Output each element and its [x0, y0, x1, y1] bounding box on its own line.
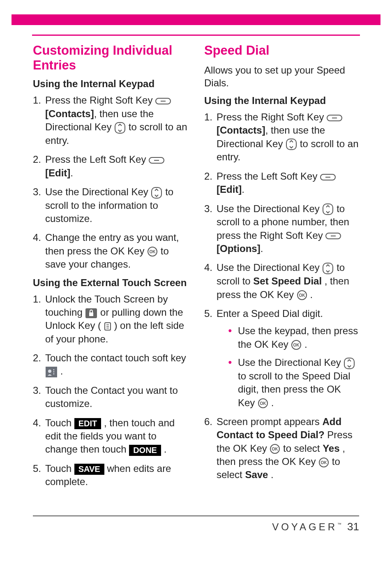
list-item: Touch the Contact you want to customize. [33, 384, 188, 411]
list-item: Press the Right Soft Key [Contacts], the… [204, 111, 359, 164]
ok-key-icon: OK [291, 340, 302, 350]
steps-list-left-1: Press the Right Soft Key [Contacts], the… [33, 94, 188, 271]
section-title-speed-dial: Speed Dial [204, 43, 359, 58]
text: . [60, 365, 63, 377]
svg-text:OK: OK [321, 460, 327, 465]
text: . [271, 469, 274, 480]
svg-rect-17 [53, 371, 54, 372]
list-item: Press the Right Soft Key [Contacts], the… [33, 94, 188, 147]
svg-text:OK: OK [299, 293, 305, 298]
subheading-internal-keypad-right: Using the Internal Keypad [204, 95, 359, 106]
menu-key-icon [104, 322, 111, 331]
text: . [70, 167, 73, 178]
bold-yes: Yes [323, 443, 339, 454]
steps-list-left-2: Unlock the Touch Screen by touching or p… [33, 293, 188, 489]
text: Touch the Contact you want to customize. [45, 385, 178, 409]
dpad-icon [151, 187, 162, 199]
lock-touch-icon [85, 308, 97, 319]
page-footer: VOYAGER™ 31 [33, 515, 359, 533]
ok-key-icon: OK [258, 398, 268, 409]
list-item: Touch the contact touch soft key . [33, 351, 188, 378]
softkey-icon [325, 232, 341, 240]
text: Use the Directional Key [45, 186, 151, 197]
text: Touch [45, 417, 74, 428]
bold-save: Save [245, 469, 268, 480]
text: . [164, 444, 167, 455]
svg-text:OK: OK [293, 343, 300, 347]
text: Screen prompt appears [217, 416, 322, 427]
svg-point-15 [48, 370, 51, 373]
header-rule [32, 35, 360, 36]
bullet-list: Use the keypad, then press the OK Key OK… [217, 324, 359, 409]
list-item: Use the Directional Key to scroll to a p… [204, 202, 359, 256]
svg-rect-14 [46, 367, 57, 377]
svg-text:OK: OK [272, 447, 279, 451]
text: . [310, 289, 313, 300]
text: . [304, 339, 307, 350]
list-item: Screen prompt appears Add Contact to Spe… [204, 415, 359, 482]
text: Press the Right Soft Key [217, 111, 327, 123]
done-touch-button: DONE [129, 445, 161, 456]
list-item: Use the Directional Key to scroll to the… [228, 356, 359, 409]
svg-text:OK: OK [260, 401, 267, 406]
text: Touch the contact touch soft key [45, 352, 186, 363]
content-columns: Customizing Individual Entries Using the… [33, 43, 359, 511]
list-item: Unlock the Touch Screen by touching or p… [33, 293, 188, 346]
svg-text:OK: OK [150, 250, 156, 254]
dpad-icon [344, 357, 355, 370]
svg-rect-16 [53, 369, 54, 370]
svg-rect-18 [53, 373, 54, 374]
section-title-customizing: Customizing Individual Entries [33, 43, 188, 72]
list-item: Use the keypad, then press the OK Key OK… [228, 324, 359, 351]
ok-key-icon: OK [318, 457, 329, 468]
list-item: Change the entry as you want, then press… [33, 231, 188, 271]
softkey-icon [155, 97, 171, 105]
text: Enter a Speed Dial digit. [217, 308, 323, 319]
subheading-external-touch: Using the External Touch Screen [33, 277, 188, 289]
list-item: Use the Directional Key to scroll to the… [33, 185, 188, 225]
bold-contacts: [Contacts] [217, 125, 265, 136]
text: Press the Left Soft Key [217, 171, 320, 182]
ok-key-icon: OK [270, 444, 280, 454]
list-item: Enter a Speed Dial digit. Use the keypad… [204, 307, 359, 409]
list-item: Use the Directional Key to scroll to Set… [204, 261, 359, 301]
tm-symbol: ™ [337, 522, 341, 527]
contact-softkey-icon [45, 366, 58, 378]
dpad-icon [114, 122, 126, 134]
dpad-icon [322, 203, 334, 215]
text: to scroll to the Speed Dial digit, then … [238, 370, 350, 408]
text: Change the entry as you want, then press… [45, 232, 179, 256]
dpad-icon [322, 262, 334, 275]
text: Use the Directional Key [238, 357, 344, 368]
bold-edit: [Edit] [45, 167, 70, 178]
page-number: 31 [347, 520, 359, 533]
ok-key-icon: OK [147, 246, 158, 257]
left-column: Customizing Individual Entries Using the… [33, 43, 188, 511]
text: Press the Right Soft Key [45, 95, 155, 106]
bold-edit: [Edit] [217, 184, 242, 195]
brand-logo: VOYAGER™ [272, 521, 341, 533]
svg-rect-9 [89, 312, 93, 316]
subheading-internal-keypad-left: Using the Internal Keypad [33, 78, 188, 90]
header-bar [12, 14, 380, 25]
softkey-icon [327, 114, 342, 122]
text: Press the Left Soft Key [45, 154, 149, 165]
save-touch-button: SAVE [74, 464, 104, 475]
dpad-icon [286, 138, 297, 150]
text: Use the Directional Key [217, 203, 322, 214]
bold-set-speed-dial: Set Speed Dial [253, 275, 322, 287]
steps-list-right: Press the Right Soft Key [Contacts], the… [204, 111, 359, 482]
text: . [242, 184, 244, 195]
footer-rule [33, 515, 359, 516]
softkey-icon [149, 156, 164, 164]
text: to select [283, 443, 323, 454]
ok-key-icon: OK [297, 290, 307, 300]
bold-contacts: [Contacts] [45, 108, 94, 119]
text: . [261, 243, 263, 254]
text: . [271, 397, 274, 408]
brand-text: VOYAGER [272, 521, 337, 532]
softkey-icon [320, 173, 336, 181]
list-item: Touch SAVE when edits are complete. [33, 462, 188, 489]
edit-touch-button: EDIT [74, 418, 101, 429]
list-item: Press the Left Soft Key [Edit]. [204, 170, 359, 196]
